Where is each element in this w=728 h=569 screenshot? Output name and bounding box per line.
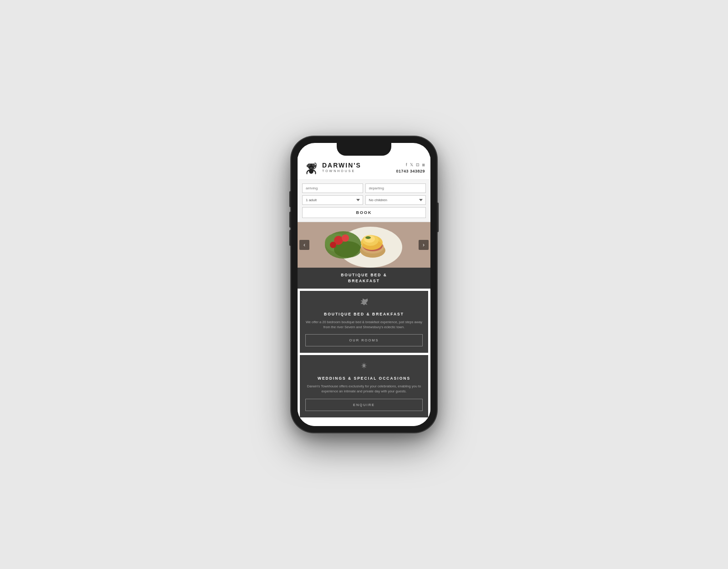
phone-number: 01743 343829: [396, 169, 425, 173]
brand-subtitle: TOWNHOUSE: [322, 169, 361, 173]
svg-point-7: [310, 166, 311, 167]
hero-caption-text: BOUTIQUE BED & BREAKFAST: [341, 273, 387, 283]
brand-name: DARWIN'S: [322, 162, 361, 169]
book-button[interactable]: BOOK: [302, 207, 426, 218]
hamburger-menu-icon[interactable]: ≡: [422, 162, 425, 168]
bird-icon: [305, 297, 423, 308]
facebook-icon[interactable]: f: [406, 163, 407, 167]
svg-point-13: [309, 168, 313, 174]
monkey-logo-icon: [303, 159, 319, 176]
phone-body: DARWIN'S TOWNHOUSE f 𝕏 ⊡ ≡ 01743 343829: [291, 137, 437, 432]
screen-content: DARWIN'S TOWNHOUSE f 𝕏 ⊡ ≡ 01743 343829: [298, 156, 430, 426]
social-icons: f 𝕏 ⊡ ≡: [396, 162, 425, 168]
svg-point-27: [364, 235, 375, 243]
children-select[interactable]: No children 1 child 2 children 3 childre…: [365, 195, 426, 205]
carousel-prev-button[interactable]: ‹: [299, 240, 309, 250]
svg-point-21: [330, 242, 336, 248]
logo-text: DARWIN'S TOWNHOUSE: [322, 162, 361, 173]
hero-caption: BOUTIQUE BED & BREAKFAST: [298, 268, 430, 289]
boutique-bb-section: BOUTIQUE BED & BREAKFAST We offer a 20 b…: [300, 291, 428, 353]
svg-point-11: [307, 165, 309, 167]
arriving-input[interactable]: [302, 183, 363, 193]
food-illustration: [298, 222, 430, 268]
dragonfly-icon: [305, 361, 423, 372]
twitter-icon[interactable]: 𝕏: [410, 163, 413, 167]
adults-select[interactable]: 1 adult 2 adults 3 adults 4 adults: [302, 195, 363, 205]
departing-input[interactable]: [365, 183, 426, 193]
phone-mockup: DARWIN'S TOWNHOUSE f 𝕏 ⊡ ≡ 01743 343829: [291, 137, 437, 432]
site-header: DARWIN'S TOWNHOUSE f 𝕏 ⊡ ≡ 01743 343829: [298, 156, 430, 180]
hero-image: ‹ ›: [298, 222, 430, 268]
weddings-section-title: WEDDINGS & SPECIAL OCCASIONS: [305, 376, 423, 381]
guests-row: 1 adult 2 adults 3 adults 4 adults No ch…: [302, 195, 426, 205]
phone-screen: DARWIN'S TOWNHOUSE f 𝕏 ⊡ ≡ 01743 343829: [298, 143, 430, 426]
bb-section-title: BOUTIQUE BED & BREAKFAST: [305, 312, 423, 316]
weddings-section: WEDDINGS & SPECIAL OCCASIONS Darwin's To…: [300, 355, 428, 417]
carousel-next-button[interactable]: ›: [419, 240, 429, 250]
bb-section-desc: We offer a 20 bedroom boutique bed & bre…: [305, 320, 423, 330]
date-row: [302, 183, 426, 193]
svg-point-8: [312, 166, 313, 167]
phone-notch: [337, 143, 391, 156]
booking-form: 1 adult 2 adults 3 adults 4 adults No ch…: [298, 180, 430, 222]
svg-point-12: [313, 165, 315, 167]
header-right: f 𝕏 ⊡ ≡ 01743 343829: [396, 162, 425, 173]
weddings-section-desc: Darwin's Townhouse offers exclusivity fo…: [305, 384, 423, 394]
our-rooms-button[interactable]: OUR ROOMS: [305, 334, 423, 346]
logo-area: DARWIN'S TOWNHOUSE: [303, 159, 361, 176]
svg-point-20: [342, 234, 349, 242]
instagram-icon[interactable]: ⊡: [416, 163, 420, 167]
enquire-button[interactable]: ENQUIRE: [305, 399, 423, 411]
svg-point-28: [365, 236, 371, 239]
